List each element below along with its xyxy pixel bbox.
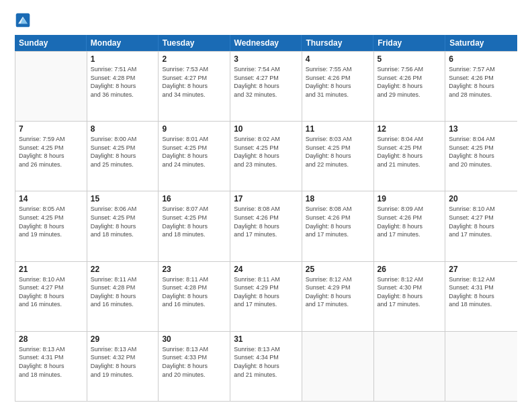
day-number: 10	[234, 124, 298, 134]
day-cell-22: 22Sunrise: 8:11 AM Sunset: 4:28 PM Dayli…	[87, 262, 159, 331]
day-number: 20	[449, 194, 514, 203]
day-info: Sunrise: 8:06 AM Sunset: 4:25 PM Dayligh…	[91, 205, 155, 238]
day-cell-15: 15Sunrise: 8:06 AM Sunset: 4:25 PM Dayli…	[87, 191, 159, 261]
day-info: Sunrise: 8:11 AM Sunset: 4:28 PM Dayligh…	[162, 275, 226, 309]
day-header-thursday: Thursday	[302, 35, 373, 51]
day-header-sunday: Sunday	[15, 35, 87, 51]
day-info: Sunrise: 8:04 AM Sunset: 4:25 PM Dayligh…	[449, 135, 514, 169]
day-cell-16: 16Sunrise: 8:07 AM Sunset: 4:25 PM Dayli…	[159, 191, 230, 261]
logo-icon	[15, 12, 31, 28]
day-cell-5: 5Sunrise: 7:56 AM Sunset: 4:26 PM Daylig…	[374, 52, 446, 121]
empty-cell	[374, 332, 446, 401]
day-number: 27	[449, 265, 514, 274]
day-number: 28	[19, 334, 83, 344]
day-header-wednesday: Wednesday	[230, 35, 302, 51]
day-cell-13: 13Sunrise: 8:04 AM Sunset: 4:25 PM Dayli…	[445, 122, 517, 191]
day-number: 11	[306, 124, 370, 134]
day-info: Sunrise: 8:13 AM Sunset: 4:31 PM Dayligh…	[19, 345, 83, 379]
day-cell-2: 2Sunrise: 7:53 AM Sunset: 4:27 PM Daylig…	[159, 52, 230, 121]
day-number: 17	[234, 194, 298, 203]
day-info: Sunrise: 8:11 AM Sunset: 4:28 PM Dayligh…	[91, 275, 155, 309]
day-info: Sunrise: 7:56 AM Sunset: 4:26 PM Dayligh…	[378, 65, 442, 99]
logo	[15, 12, 34, 28]
day-number: 12	[378, 124, 442, 134]
day-number: 9	[162, 124, 226, 134]
day-cell-10: 10Sunrise: 8:02 AM Sunset: 4:25 PM Dayli…	[230, 122, 302, 191]
day-info: Sunrise: 8:13 AM Sunset: 4:32 PM Dayligh…	[91, 345, 155, 379]
day-cell-23: 23Sunrise: 8:11 AM Sunset: 4:28 PM Dayli…	[159, 262, 230, 331]
day-number: 19	[378, 194, 442, 203]
day-info: Sunrise: 8:10 AM Sunset: 4:27 PM Dayligh…	[449, 205, 514, 238]
day-info: Sunrise: 8:10 AM Sunset: 4:27 PM Dayligh…	[19, 275, 83, 309]
day-cell-4: 4Sunrise: 7:55 AM Sunset: 4:26 PM Daylig…	[302, 52, 374, 121]
day-cell-14: 14Sunrise: 8:05 AM Sunset: 4:25 PM Dayli…	[15, 191, 87, 261]
day-info: Sunrise: 8:08 AM Sunset: 4:26 PM Dayligh…	[306, 205, 370, 238]
day-number: 24	[234, 265, 298, 274]
day-info: Sunrise: 7:57 AM Sunset: 4:26 PM Dayligh…	[449, 65, 514, 99]
day-cell-30: 30Sunrise: 8:13 AM Sunset: 4:33 PM Dayli…	[159, 332, 230, 401]
day-info: Sunrise: 8:13 AM Sunset: 4:34 PM Dayligh…	[234, 345, 298, 379]
day-number: 3	[234, 54, 298, 64]
week-1: 1Sunrise: 7:51 AM Sunset: 4:28 PM Daylig…	[15, 51, 517, 121]
day-info: Sunrise: 7:54 AM Sunset: 4:27 PM Dayligh…	[234, 65, 298, 99]
day-info: Sunrise: 8:08 AM Sunset: 4:26 PM Dayligh…	[234, 205, 298, 238]
day-info: Sunrise: 8:01 AM Sunset: 4:25 PM Dayligh…	[162, 135, 226, 169]
day-number: 8	[91, 124, 155, 134]
day-cell-24: 24Sunrise: 8:11 AM Sunset: 4:29 PM Dayli…	[230, 262, 302, 331]
day-cell-28: 28Sunrise: 8:13 AM Sunset: 4:31 PM Dayli…	[15, 332, 87, 401]
week-5: 28Sunrise: 8:13 AM Sunset: 4:31 PM Dayli…	[15, 331, 517, 401]
calendar-header: SundayMondayTuesdayWednesdayThursdayFrid…	[15, 35, 517, 51]
day-header-saturday: Saturday	[445, 35, 517, 51]
empty-cell	[445, 332, 517, 401]
day-header-tuesday: Tuesday	[159, 35, 230, 51]
day-info: Sunrise: 8:13 AM Sunset: 4:33 PM Dayligh…	[162, 345, 226, 379]
day-number: 30	[162, 334, 226, 344]
day-header-monday: Monday	[87, 35, 159, 51]
day-number: 15	[91, 194, 155, 203]
day-info: Sunrise: 8:12 AM Sunset: 4:29 PM Dayligh…	[306, 275, 370, 309]
day-info: Sunrise: 8:05 AM Sunset: 4:25 PM Dayligh…	[19, 205, 83, 238]
day-number: 14	[19, 194, 83, 203]
day-number: 25	[306, 265, 370, 274]
day-cell-17: 17Sunrise: 8:08 AM Sunset: 4:26 PM Dayli…	[230, 191, 302, 261]
week-2: 7Sunrise: 7:59 AM Sunset: 4:25 PM Daylig…	[15, 121, 517, 191]
calendar-body: 1Sunrise: 7:51 AM Sunset: 4:28 PM Daylig…	[15, 51, 517, 402]
day-cell-12: 12Sunrise: 8:04 AM Sunset: 4:25 PM Dayli…	[374, 122, 446, 191]
day-info: Sunrise: 8:00 AM Sunset: 4:25 PM Dayligh…	[91, 135, 155, 169]
empty-cell	[302, 332, 374, 401]
day-info: Sunrise: 8:04 AM Sunset: 4:25 PM Dayligh…	[378, 135, 442, 169]
day-info: Sunrise: 8:07 AM Sunset: 4:25 PM Dayligh…	[162, 205, 226, 238]
day-number: 16	[162, 194, 226, 203]
calendar: SundayMondayTuesdayWednesdayThursdayFrid…	[15, 35, 517, 402]
day-cell-20: 20Sunrise: 8:10 AM Sunset: 4:27 PM Dayli…	[445, 191, 517, 261]
day-cell-6: 6Sunrise: 7:57 AM Sunset: 4:26 PM Daylig…	[445, 52, 517, 121]
day-info: Sunrise: 8:12 AM Sunset: 4:30 PM Dayligh…	[378, 275, 442, 309]
day-info: Sunrise: 8:11 AM Sunset: 4:29 PM Dayligh…	[234, 275, 298, 309]
day-number: 6	[449, 54, 514, 64]
day-info: Sunrise: 7:53 AM Sunset: 4:27 PM Dayligh…	[162, 65, 226, 99]
week-3: 14Sunrise: 8:05 AM Sunset: 4:25 PM Dayli…	[15, 191, 517, 261]
day-number: 2	[162, 54, 226, 64]
day-number: 21	[19, 265, 83, 274]
day-number: 7	[19, 124, 83, 134]
day-number: 13	[449, 124, 514, 134]
day-cell-1: 1Sunrise: 7:51 AM Sunset: 4:28 PM Daylig…	[87, 52, 159, 121]
day-cell-31: 31Sunrise: 8:13 AM Sunset: 4:34 PM Dayli…	[230, 332, 302, 401]
day-info: Sunrise: 7:59 AM Sunset: 4:25 PM Dayligh…	[19, 135, 83, 169]
day-info: Sunrise: 7:51 AM Sunset: 4:28 PM Dayligh…	[91, 65, 155, 99]
day-cell-21: 21Sunrise: 8:10 AM Sunset: 4:27 PM Dayli…	[15, 262, 87, 331]
header	[15, 12, 517, 28]
day-info: Sunrise: 8:12 AM Sunset: 4:31 PM Dayligh…	[449, 275, 514, 309]
day-cell-19: 19Sunrise: 8:09 AM Sunset: 4:26 PM Dayli…	[374, 191, 446, 261]
day-cell-3: 3Sunrise: 7:54 AM Sunset: 4:27 PM Daylig…	[230, 52, 302, 121]
day-cell-9: 9Sunrise: 8:01 AM Sunset: 4:25 PM Daylig…	[159, 122, 230, 191]
day-number: 22	[91, 265, 155, 274]
week-4: 21Sunrise: 8:10 AM Sunset: 4:27 PM Dayli…	[15, 261, 517, 331]
day-number: 31	[234, 334, 298, 344]
day-number: 23	[162, 265, 226, 274]
day-header-friday: Friday	[373, 35, 445, 51]
day-cell-29: 29Sunrise: 8:13 AM Sunset: 4:32 PM Dayli…	[87, 332, 159, 401]
day-cell-25: 25Sunrise: 8:12 AM Sunset: 4:29 PM Dayli…	[302, 262, 374, 331]
day-number: 18	[306, 194, 370, 203]
empty-cell	[15, 52, 87, 121]
